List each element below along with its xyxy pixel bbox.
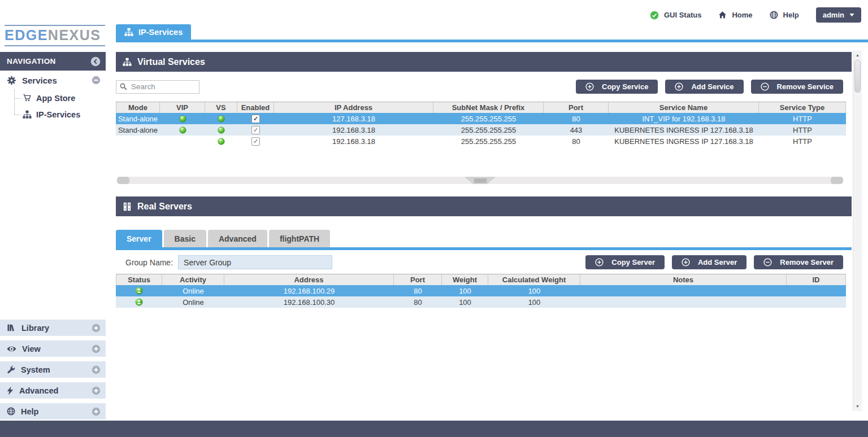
vs-cell-service-name: INT_VIP for 192.168.3.18 — [609, 113, 759, 124]
vs-col-vip[interactable]: VIP — [160, 102, 205, 113]
vs-table-row[interactable]: Stand-alone✓127.168.3.18255.255.255.2558… — [116, 113, 846, 124]
chevron-left-circle-icon[interactable] — [90, 56, 101, 67]
group-name-label: Group Name: — [125, 258, 173, 267]
topbar-item-label: Help — [783, 11, 799, 19]
plus-circle-filled-icon[interactable] — [92, 386, 101, 395]
rs-col-weight[interactable]: Weight — [442, 274, 488, 285]
scroll-thumb[interactable] — [854, 60, 861, 93]
vs-cell-service-type: HTTP — [759, 136, 846, 147]
add-server-button[interactable]: Add Server — [672, 255, 747, 269]
button-label: Copy Service — [602, 82, 648, 91]
virtual-services-table: ModeVIPVSEnabledIP AddressSubNet Mask / … — [116, 102, 846, 147]
plus-circle-filled-icon[interactable] — [92, 324, 101, 333]
sidebar-section-left: Advanced — [7, 386, 58, 395]
tab-ip-services[interactable]: IP-Services — [116, 24, 191, 40]
vs-cell-service-name: KUBERNETES INGRESS IP 127.168.3.18 — [609, 124, 759, 136]
vs-table-row[interactable]: Stand-alone✓192.168.3.18255.255.255.2554… — [116, 124, 846, 136]
panel-splitter[interactable] — [117, 177, 843, 184]
vertical-scrollbar[interactable]: ▲ ▼ — [853, 51, 862, 411]
sidebar-section-advanced[interactable]: Advanced — [0, 382, 106, 399]
enabled-checkbox[interactable]: ✓ — [251, 115, 260, 123]
vs-table-row[interactable]: ✓192.168.3.18255.255.255.25580KUBERNETES… — [116, 136, 846, 147]
rs-cell-id — [787, 285, 846, 296]
real-servers-buttons: Copy ServerAdd ServerRemove Server — [585, 255, 852, 269]
vs-col-ip-address[interactable]: IP Address — [274, 102, 433, 113]
vs-col-enabled[interactable]: Enabled — [237, 102, 274, 113]
tab-server[interactable]: Server — [116, 230, 162, 247]
sidebar-section-library[interactable]: Library — [0, 320, 106, 336]
enabled-checkbox[interactable]: ✓ — [251, 137, 260, 146]
edgenexus-app: GUI StatusHomeHelp admin EDGENEXUS IP-Se… — [0, 0, 868, 437]
vs-col-vs[interactable]: VS — [205, 102, 237, 113]
rs-col-port[interactable]: Port — [394, 274, 442, 285]
remove-service-button[interactable]: Remove Service — [751, 80, 843, 94]
rs-col-address[interactable]: Address — [224, 274, 394, 285]
real-servers-tabs: ServerBasicAdvancedflightPATH — [116, 230, 330, 247]
eye-icon — [7, 346, 16, 352]
minus-circle-filled-icon[interactable] — [92, 76, 101, 85]
rs-cell-activity: Online — [162, 296, 224, 308]
sidebar-section-help[interactable]: Help — [0, 403, 106, 419]
group-name-input[interactable] — [178, 255, 332, 269]
splitter-left-cap[interactable] — [117, 177, 129, 184]
vs-cell-mode — [116, 136, 160, 147]
sidebar-services-label: Services — [22, 76, 57, 85]
rs-table-row[interactable]: Online192.168.100.2980100100 — [116, 285, 846, 296]
rs-col-calculated-weight[interactable]: Calculated Weight — [488, 274, 580, 285]
vs-cell-vs — [205, 113, 237, 124]
vs-cell-mode: Stand-alone — [116, 113, 160, 124]
sidebar-section-left: View — [7, 344, 41, 353]
logo-nexus: NEXUS — [48, 27, 101, 43]
topbar-item-gui-status[interactable]: GUI Status — [650, 11, 701, 20]
copy-service-button[interactable]: Copy Service — [576, 80, 658, 94]
vs-col-service-name[interactable]: Service Name — [609, 102, 759, 113]
rs-table-row[interactable]: Online192.168.100.3080100100 — [116, 296, 846, 308]
books-icon — [7, 324, 16, 332]
topbar-item-home[interactable]: Home — [718, 11, 752, 19]
vs-col-port[interactable]: Port — [544, 102, 609, 113]
vs-col-service-type[interactable]: Service Type — [759, 102, 846, 113]
vs-col-subnet-mask-prefix[interactable]: SubNet Mask / Prefix — [433, 102, 544, 113]
status-check-icon — [650, 11, 659, 20]
rs-col-status[interactable]: Status — [116, 274, 162, 285]
rs-col-id[interactable]: ID — [787, 274, 846, 285]
add-service-button[interactable]: Add Service — [665, 80, 743, 94]
sidebar-item-label: App Store — [36, 94, 75, 103]
vs-col-mode[interactable]: Mode — [116, 102, 160, 113]
user-menu-label: admin — [823, 11, 844, 19]
tab-flightpath[interactable]: flightPATH — [269, 230, 330, 247]
user-menu-button[interactable]: admin — [816, 7, 861, 23]
real-servers-table-body: Online192.168.100.2980100100Online192.16… — [116, 285, 846, 308]
navigation-title: NAVIGATION — [7, 57, 56, 65]
scroll-up-arrow[interactable]: ▲ — [853, 51, 862, 59]
enabled-checkbox[interactable]: ✓ — [251, 126, 260, 134]
virtual-services-table-header: ModeVIPVSEnabledIP AddressSubNet Mask / … — [116, 102, 846, 113]
sidebar-section-system[interactable]: System — [0, 361, 106, 378]
button-label: Add Service — [691, 82, 734, 91]
tab-advanced[interactable]: Advanced — [208, 230, 267, 247]
plus-circle-filled-icon[interactable] — [92, 344, 101, 353]
sidebar-item-app-store[interactable]: App Store — [14, 90, 106, 106]
led-green-icon — [179, 126, 186, 134]
sidebar-section-view[interactable]: View — [0, 340, 106, 357]
rs-col-notes[interactable]: Notes — [580, 274, 787, 285]
topbar-item-help[interactable]: Help — [770, 11, 799, 19]
tab-underline — [116, 40, 868, 42]
scroll-down-arrow[interactable]: ▼ — [853, 403, 862, 410]
sidebar-item-ip-services[interactable]: IP-Services — [14, 106, 106, 123]
vs-cell-port: 443 — [544, 124, 609, 136]
sidebar-section-label: System — [21, 365, 50, 374]
rs-col-activity[interactable]: Activity — [162, 274, 224, 285]
tab-label: flightPATH — [280, 234, 319, 243]
splitter-right-cap[interactable] — [831, 177, 843, 184]
sidebar-item-services[interactable]: Services — [0, 71, 106, 90]
splitter-grip[interactable] — [465, 177, 496, 184]
rs-cell-address: 192.168.100.30 — [224, 296, 394, 308]
rs-cell-calculated-weight: 100 — [488, 285, 580, 296]
plus-circle-filled-icon[interactable] — [92, 365, 101, 374]
search-input[interactable] — [116, 80, 199, 94]
copy-server-button[interactable]: Copy Server — [585, 255, 665, 269]
tab-basic[interactable]: Basic — [164, 230, 206, 247]
remove-server-button[interactable]: Remove Server — [754, 255, 843, 269]
plus-circle-filled-icon[interactable] — [92, 407, 101, 416]
